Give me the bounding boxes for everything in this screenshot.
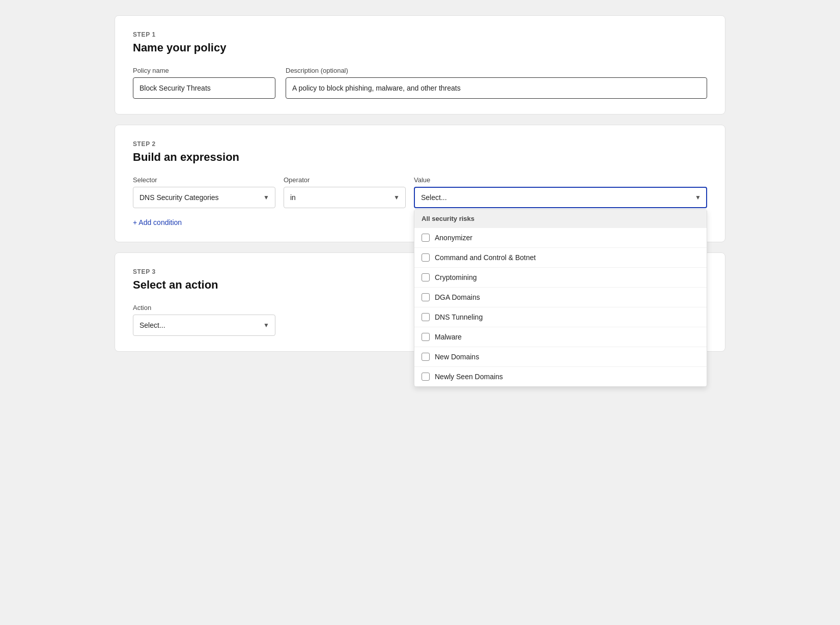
dropdown-item-checkbox[interactable] bbox=[422, 253, 430, 262]
dropdown-item[interactable]: DGA Domains bbox=[414, 287, 707, 307]
dropdown-items-container: AnonymizerCommand and Control & BotnetCr… bbox=[414, 228, 707, 386]
dropdown-item-checkbox[interactable] bbox=[422, 293, 430, 301]
dropdown-item-checkbox[interactable] bbox=[422, 353, 430, 361]
value-dropdown: All security risks AnonymizerCommand and… bbox=[414, 209, 707, 387]
operator-label: Operator bbox=[284, 176, 406, 184]
policy-name-input[interactable] bbox=[133, 77, 275, 99]
action-wrapper: Select... ▼ bbox=[133, 315, 275, 336]
step1-form-row: Policy name Description (optional) bbox=[133, 67, 707, 99]
step1-card: STEP 1 Name your policy Policy name Desc… bbox=[115, 15, 725, 115]
step2-card: STEP 2 Build an expression Selector DNS … bbox=[115, 125, 725, 242]
value-select[interactable]: Select... bbox=[414, 187, 707, 208]
description-input[interactable] bbox=[286, 77, 707, 99]
selector-wrapper: DNS Security Categories ▼ bbox=[133, 187, 275, 208]
dropdown-item-label: Malware bbox=[435, 333, 462, 341]
dropdown-item-checkbox[interactable] bbox=[422, 313, 430, 321]
operator-wrapper: in ▼ bbox=[284, 187, 406, 208]
dropdown-item[interactable]: Cryptomining bbox=[414, 267, 707, 287]
dropdown-item[interactable]: New Domains bbox=[414, 347, 707, 366]
selector-label: Selector bbox=[133, 176, 275, 184]
dropdown-item-checkbox[interactable] bbox=[422, 373, 430, 381]
dropdown-item[interactable]: Newly Seen Domains bbox=[414, 366, 707, 386]
add-condition-button[interactable]: + Add condition bbox=[133, 218, 182, 226]
expression-builder-row: Selector DNS Security Categories ▼ Opera… bbox=[133, 176, 707, 208]
selector-group: Selector DNS Security Categories ▼ bbox=[133, 176, 275, 208]
dropdown-item-checkbox[interactable] bbox=[422, 333, 430, 341]
dropdown-item-checkbox[interactable] bbox=[422, 273, 430, 281]
dropdown-item[interactable]: Command and Control & Botnet bbox=[414, 247, 707, 267]
step1-title: Name your policy bbox=[133, 41, 707, 54]
operator-select[interactable]: in bbox=[284, 187, 406, 208]
dropdown-item-label: Cryptomining bbox=[435, 273, 477, 281]
description-group: Description (optional) bbox=[286, 67, 707, 99]
action-label: Action bbox=[133, 304, 275, 311]
description-label: Description (optional) bbox=[286, 67, 707, 74]
action-select[interactable]: Select... bbox=[133, 315, 275, 336]
action-group: Action Select... ▼ bbox=[133, 304, 275, 336]
step2-title: Build an expression bbox=[133, 151, 707, 164]
dropdown-item[interactable]: Anonymizer bbox=[414, 228, 707, 247]
dropdown-item-label: Anonymizer bbox=[435, 234, 472, 242]
selector-select[interactable]: DNS Security Categories bbox=[133, 187, 275, 208]
step2-label: STEP 2 bbox=[133, 140, 707, 148]
value-wrapper: Select... ▼ bbox=[414, 187, 707, 208]
operator-group: Operator in ▼ bbox=[284, 176, 406, 208]
dropdown-item[interactable]: Malware bbox=[414, 327, 707, 347]
dropdown-item-checkbox[interactable] bbox=[422, 234, 430, 242]
dropdown-item-label: Newly Seen Domains bbox=[435, 373, 503, 381]
step1-label: STEP 1 bbox=[133, 31, 707, 38]
dropdown-item[interactable]: DNS Tunneling bbox=[414, 307, 707, 327]
dropdown-item-label: New Domains bbox=[435, 353, 479, 361]
value-label: Value bbox=[414, 176, 707, 184]
dropdown-item-label: DNS Tunneling bbox=[435, 313, 483, 321]
page-container: STEP 1 Name your policy Policy name Desc… bbox=[115, 15, 725, 352]
dropdown-item-label: DGA Domains bbox=[435, 293, 480, 301]
policy-name-label: Policy name bbox=[133, 67, 275, 74]
dropdown-item-label: Command and Control & Botnet bbox=[435, 253, 536, 262]
value-group: Value Select... ▼ All security risks Ano… bbox=[414, 176, 707, 208]
policy-name-group: Policy name bbox=[133, 67, 275, 99]
dropdown-group-header: All security risks bbox=[414, 210, 707, 228]
